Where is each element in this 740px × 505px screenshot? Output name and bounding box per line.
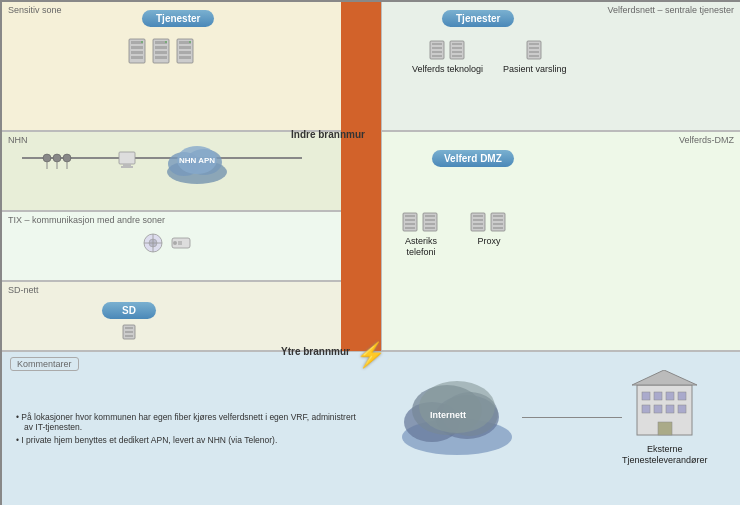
- proxy-icons: [470, 212, 508, 234]
- velferd-sentral-label: Velferdsnett – sentrale tjenester: [607, 5, 734, 15]
- velferds-teknologi-group: Velferds teknologi: [412, 40, 483, 75]
- sd-pill-container: SD: [102, 302, 156, 319]
- svg-point-17: [189, 41, 191, 43]
- workstation-icon: [117, 150, 139, 174]
- server-group-top-right: Velferds teknologi Pasient varsling: [412, 40, 567, 75]
- bullet-2-icon: •: [16, 435, 19, 445]
- svg-point-11: [165, 41, 167, 43]
- svg-rect-26: [452, 51, 462, 53]
- svg-rect-90: [654, 405, 662, 413]
- svg-rect-89: [642, 405, 650, 413]
- svg-rect-60: [405, 223, 415, 225]
- svg-rect-69: [473, 219, 483, 221]
- svg-rect-73: [493, 215, 503, 217]
- svg-rect-86: [654, 392, 662, 400]
- velferd-dmz-pill-container: Velferd DMZ: [432, 150, 514, 167]
- tix-label: TIX – kommunikasjon med andre soner: [8, 215, 165, 225]
- pasient-varsling-label: Pasient varsling: [503, 64, 567, 75]
- bullet-points: • På lokasjoner hvor kommunen har egen f…: [14, 412, 364, 448]
- zone-velferd-sentral: Velferdsnett – sentrale tjenester Tjenes…: [381, 1, 740, 131]
- tjenester1-pill: Tjenester: [142, 10, 214, 27]
- zone-sd-nett: SD-nett SD: [1, 281, 381, 351]
- nhn-label: NHN: [8, 135, 28, 145]
- proxy-label: Proxy: [470, 236, 508, 247]
- pasient-varsling-group: Pasient varsling: [503, 40, 567, 75]
- svg-rect-27: [452, 55, 462, 57]
- svg-rect-45: [121, 166, 133, 168]
- svg-rect-61: [405, 227, 415, 229]
- svg-rect-56: [125, 335, 133, 337]
- svg-rect-93: [658, 422, 672, 435]
- svg-rect-8: [155, 46, 167, 49]
- svg-rect-70: [473, 223, 483, 225]
- svg-rect-66: [425, 227, 435, 229]
- bullet-1-text: På lokasjoner hvor kommunen har egen fib…: [21, 412, 356, 432]
- svg-rect-59: [405, 219, 415, 221]
- svg-rect-25: [452, 47, 462, 49]
- svg-point-35: [63, 154, 71, 162]
- svg-marker-84: [632, 370, 697, 385]
- bullet-1-icon: •: [16, 412, 19, 422]
- svg-rect-20: [432, 47, 442, 49]
- sd-pill: SD: [102, 302, 156, 319]
- tix-icons: [142, 232, 192, 254]
- tjenester2-container: Tjenester: [442, 10, 514, 27]
- nhn-node1: [42, 153, 72, 175]
- svg-rect-85: [642, 392, 650, 400]
- zone-bottom: Kommentarer • På lokasjoner hvor kommune…: [1, 351, 740, 505]
- svg-rect-10: [155, 56, 167, 59]
- svg-rect-30: [529, 47, 539, 49]
- svg-point-82: [419, 381, 495, 433]
- lightning-bolt: ⚡: [356, 341, 386, 369]
- svg-point-51: [173, 241, 177, 245]
- svg-rect-74: [493, 219, 503, 221]
- proxy-group: Proxy: [470, 212, 508, 258]
- svg-rect-4: [131, 56, 143, 59]
- internet-cloud: Internett: [392, 372, 522, 459]
- asteriks-icons: [402, 212, 440, 234]
- bullet-2-text: I private hjem benyttes et dedikert APN,…: [21, 435, 277, 445]
- svg-rect-3: [131, 51, 143, 54]
- indre-brannmur-label: Indre brannmur: [291, 129, 365, 140]
- svg-point-34: [53, 154, 61, 162]
- svg-rect-65: [425, 223, 435, 225]
- svg-rect-75: [493, 223, 503, 225]
- main-container: Sensitiv sone Tjenester: [0, 0, 740, 505]
- svg-rect-64: [425, 219, 435, 221]
- asteriks-label: Asterikstelefoni: [402, 236, 440, 258]
- internett-label: Internett: [430, 410, 466, 420]
- svg-rect-29: [529, 43, 539, 45]
- svg-rect-9: [155, 51, 167, 54]
- svg-rect-55: [125, 331, 133, 333]
- svg-rect-68: [473, 215, 483, 217]
- external-building: EksterneTjenesteleverandører: [622, 370, 708, 466]
- svg-rect-91: [666, 405, 674, 413]
- server-icon-2: [151, 37, 171, 67]
- svg-rect-32: [529, 55, 539, 57]
- kommentarer-label: Kommentarer: [10, 357, 79, 371]
- svg-rect-2: [131, 46, 143, 49]
- server-row-1: [127, 37, 195, 67]
- svg-point-5: [141, 41, 143, 43]
- nhn-apn-container: NHN APN: [162, 142, 232, 189]
- zone-tix: TIX – kommunikasjon med andre soner: [1, 211, 381, 281]
- zone-sensitiv: Sensitiv sone Tjenester: [1, 1, 381, 131]
- svg-rect-19: [432, 43, 442, 45]
- asteriks-group: Asterikstelefoni: [402, 212, 440, 258]
- svg-point-33: [43, 154, 51, 162]
- velferds-teknologi-label: Velferds teknologi: [412, 64, 483, 75]
- bullet-2: • I private hjem benyttes et dedikert AP…: [14, 435, 364, 445]
- ytre-brannmur-label: Ytre brannmur: [281, 346, 350, 357]
- server-icon-3: [175, 37, 195, 67]
- svg-rect-54: [125, 327, 133, 329]
- internet-to-external-line: [522, 417, 622, 418]
- svg-rect-24: [452, 43, 462, 45]
- svg-rect-92: [678, 405, 686, 413]
- sd-server: [122, 324, 138, 344]
- svg-rect-14: [179, 46, 191, 49]
- sd-nett-label: SD-nett: [8, 285, 39, 295]
- tjenester2-pill: Tjenester: [442, 10, 514, 27]
- zone-nhn: NHN NHN APN: [1, 131, 381, 211]
- firewall-block: [341, 1, 381, 351]
- externe-label: EksterneTjenesteleverandører: [622, 444, 708, 466]
